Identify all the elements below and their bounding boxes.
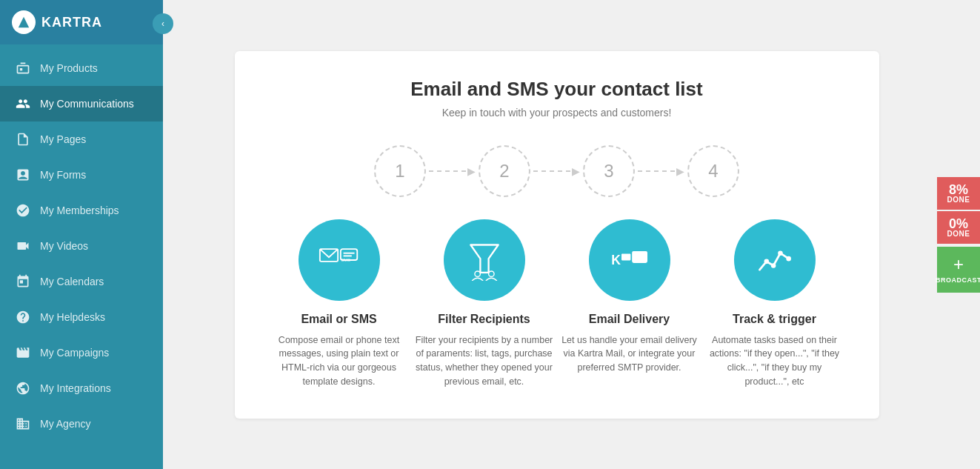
sidebar-item-my-forms[interactable]: My Forms bbox=[0, 157, 163, 193]
progress-badge-0: 0% DONE bbox=[937, 211, 980, 244]
step-3: 3 bbox=[583, 145, 635, 197]
sidebar-item-my-forms-label: My Forms bbox=[40, 169, 86, 181]
broadcast-plus-icon: + bbox=[953, 256, 964, 273]
sidebar-collapse-button[interactable]: ‹ bbox=[153, 13, 173, 34]
feature-email-sms-title: Email or SMS bbox=[301, 313, 376, 326]
track-trigger-circle bbox=[734, 219, 816, 301]
helpdesks-icon bbox=[15, 309, 31, 325]
sidebar-item-my-pages[interactable]: My Pages bbox=[0, 122, 163, 157]
sidebar-item-my-helpdesks-label: My Helpdesks bbox=[40, 311, 105, 323]
integrations-icon bbox=[15, 380, 31, 396]
step-arrow-1: ▶ bbox=[429, 165, 476, 177]
pages-icon bbox=[15, 131, 31, 147]
logo-icon bbox=[12, 10, 36, 34]
svg-point-8 bbox=[474, 270, 479, 276]
svg-point-13 bbox=[764, 259, 769, 264]
svg-marker-7 bbox=[470, 245, 498, 272]
feature-email-sms: SMS Email or SMS Compose email or phone … bbox=[270, 219, 408, 389]
right-panel: 8% DONE 0% DONE + BROADCAST bbox=[937, 177, 980, 293]
card-title: Email and SMS your contact list bbox=[270, 78, 844, 101]
feature-track-trigger: Track & trigger Automate tasks based on … bbox=[706, 219, 844, 389]
email-delivery-circle: K bbox=[589, 219, 670, 301]
sidebar-nav: My Products My Communications My Pages M… bbox=[0, 44, 163, 469]
broadcast-button[interactable]: + BROADCAST bbox=[937, 247, 980, 293]
sidebar-item-my-campaigns[interactable]: My Campaigns bbox=[0, 335, 163, 370]
step-2: 2 bbox=[479, 145, 530, 197]
feature-email-sms-desc: Compose email or phone text messages, us… bbox=[270, 333, 408, 389]
feature-track-trigger-title: Track & trigger bbox=[733, 313, 816, 326]
filter-recipients-circle bbox=[444, 219, 525, 301]
svg-point-14 bbox=[770, 263, 776, 268]
logo-text: KARTRA bbox=[41, 15, 102, 30]
main-content: Email and SMS your contact list Keep in … bbox=[163, 0, 980, 469]
sidebar-item-my-calendars[interactable]: My Calendars bbox=[0, 264, 163, 299]
content-area: Email and SMS your contact list Keep in … bbox=[163, 0, 980, 469]
svg-text:SMS: SMS bbox=[341, 257, 350, 262]
sidebar-item-my-communications-label: My Communications bbox=[40, 98, 134, 110]
feature-email-delivery: K Email Delivery Let us handle your emai… bbox=[561, 219, 699, 389]
step-arrow-3: ▶ bbox=[638, 165, 684, 177]
feature-email-delivery-desc: Let us handle your email delivery via Ka… bbox=[561, 333, 699, 375]
sidebar-item-my-calendars-label: My Calendars bbox=[40, 276, 104, 287]
communications-icon bbox=[15, 96, 31, 112]
sidebar-item-my-integrations[interactable]: My Integrations bbox=[0, 370, 163, 406]
sidebar-item-my-integrations-label: My Integrations bbox=[40, 382, 111, 394]
progress-badge-8: 8% DONE bbox=[937, 177, 980, 210]
sidebar-item-my-videos[interactable]: My Videos bbox=[0, 228, 163, 264]
sidebar-item-my-memberships[interactable]: My Memberships bbox=[0, 193, 163, 228]
svg-point-16 bbox=[786, 256, 791, 261]
feature-filter-recipients-desc: Filter your recipients by a number of pa… bbox=[416, 333, 553, 389]
sidebar-item-my-videos-label: My Videos bbox=[40, 240, 88, 252]
step-4: 4 bbox=[687, 145, 739, 197]
sidebar-item-my-agency[interactable]: My Agency bbox=[0, 406, 163, 442]
feature-filter-recipients-title: Filter Recipients bbox=[438, 313, 530, 326]
sidebar-item-my-products[interactable]: My Products bbox=[0, 50, 163, 86]
feature-track-trigger-desc: Automate tasks based on their actions: "… bbox=[706, 333, 844, 389]
email-sms-circle: SMS bbox=[299, 219, 380, 301]
badge-0-label: DONE bbox=[941, 230, 976, 238]
sidebar-item-my-campaigns-label: My Campaigns bbox=[40, 347, 109, 359]
sidebar-item-my-memberships-label: My Memberships bbox=[40, 204, 119, 216]
steps-row: 1 ▶ 2 ▶ 3 ▶ 4 bbox=[270, 145, 844, 197]
svg-marker-0 bbox=[19, 17, 29, 27]
sidebar-item-my-communications[interactable]: My Communications bbox=[0, 86, 163, 122]
sidebar: KARTRA ‹ My Products My Communications M… bbox=[0, 0, 163, 469]
svg-rect-1 bbox=[20, 68, 22, 70]
svg-point-15 bbox=[778, 250, 783, 256]
features-row: SMS Email or SMS Compose email or phone … bbox=[270, 219, 844, 389]
badge-8-label: DONE bbox=[941, 196, 976, 204]
sidebar-item-my-agency-label: My Agency bbox=[40, 418, 90, 430]
campaigns-icon bbox=[15, 345, 31, 361]
sidebar-item-my-products-label: My Products bbox=[40, 62, 98, 74]
logo: KARTRA bbox=[0, 0, 163, 44]
broadcast-label: BROADCAST bbox=[936, 276, 980, 284]
products-icon bbox=[15, 60, 31, 76]
svg-text:K: K bbox=[611, 253, 621, 267]
badge-8-value: 8% bbox=[941, 183, 976, 196]
feature-filter-recipients: Filter Recipients Filter your recipients… bbox=[416, 219, 553, 389]
step-arrow-2: ▶ bbox=[533, 165, 580, 177]
step-1: 1 bbox=[374, 145, 426, 197]
sidebar-item-my-helpdesks[interactable]: My Helpdesks bbox=[0, 299, 163, 335]
calendars-icon bbox=[15, 273, 31, 290]
memberships-icon bbox=[15, 202, 31, 219]
feature-email-delivery-title: Email Delivery bbox=[589, 313, 670, 326]
forms-icon bbox=[15, 167, 31, 183]
badge-0-value: 0% bbox=[941, 217, 976, 230]
sidebar-item-my-pages-label: My Pages bbox=[40, 133, 86, 145]
videos-icon bbox=[15, 238, 31, 254]
svg-point-9 bbox=[488, 270, 493, 276]
agency-icon bbox=[15, 416, 31, 432]
info-card: Email and SMS your contact list Keep in … bbox=[235, 51, 879, 419]
card-subtitle: Keep in touch with your prospects and cu… bbox=[270, 107, 844, 119]
